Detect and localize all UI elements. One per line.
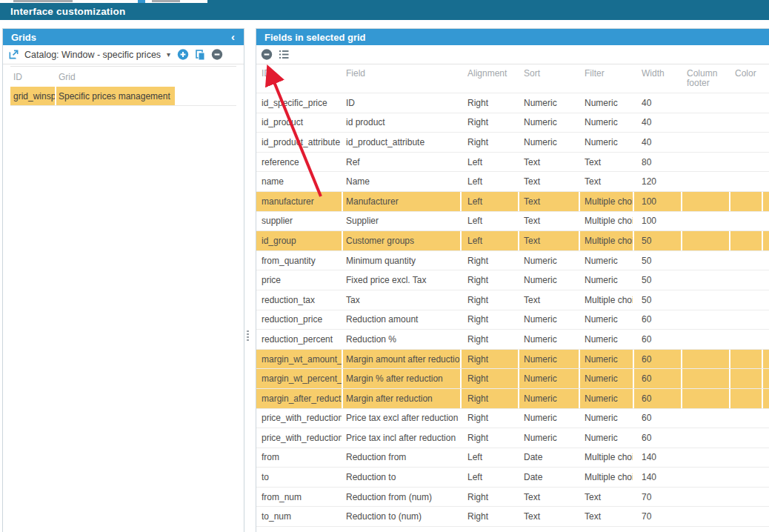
field-row[interactable]: id_groupCustomer groupsLeftTextMultiple … [256, 231, 769, 251]
column-header-color[interactable]: Color [730, 69, 763, 79]
field-row-cell-sort: Numeric [519, 310, 580, 330]
field-row-cell-sort: Numeric [519, 428, 580, 448]
field-row[interactable]: margin_wt_amount_afMargin amount after r… [256, 350, 769, 370]
field-row-cell-spacer [763, 389, 769, 408]
chrome-fragment-text [152, 0, 180, 2]
field-row[interactable]: supplierSupplierLeftTextMultiple choices… [256, 212, 769, 232]
field-row[interactable]: reduction_percentReduction %RightNumeric… [256, 330, 769, 350]
field-row-cell-column-footer [682, 290, 730, 310]
field-row[interactable]: nameNameLeftTextText120 [256, 172, 769, 192]
list-icon [278, 48, 290, 61]
field-row-cell-column-footer [682, 172, 730, 191]
field-row-cell-width: 60 [634, 389, 682, 408]
field-row-cell-color [730, 310, 763, 330]
duplicate-grid-button[interactable] [194, 49, 206, 61]
field-row-cell-spacer [763, 192, 769, 211]
column-header-filter[interactable]: Filter [580, 69, 634, 79]
field-row-cell-sort: Date [519, 448, 580, 468]
field-row-cell-alignment: Right [462, 113, 519, 133]
field-row-cell-alignment: Right [462, 507, 519, 526]
fields-table: IDFieldAlignmentSortFilterWidthColumn fo… [256, 64, 769, 527]
open-window-button[interactable] [7, 49, 19, 61]
field-row-cell-field: Tax [343, 290, 462, 310]
field-row-cell-spacer [763, 428, 769, 448]
field-row-cell-column-footer [682, 93, 730, 113]
catalog-select[interactable]: Catalog: Window - specific prices ▾ [24, 50, 172, 60]
field-row-cell-width: 60 [634, 369, 682, 388]
column-header-id[interactable]: ID [10, 67, 56, 87]
field-row[interactable]: id_specific_priceIDRightNumericNumeric40 [256, 93, 769, 113]
field-row-cell-alignment: Right [462, 369, 519, 388]
field-row-cell-field: Minimum quantity [343, 251, 462, 270]
field-row[interactable]: price_with_reduction_tPrice tax excl aft… [256, 409, 769, 429]
field-row-cell-id: supplier [256, 212, 343, 231]
collapse-panel-icon[interactable]: ‹ [231, 30, 235, 44]
column-header-alignment[interactable]: Alignment [462, 69, 519, 79]
field-row-cell-alignment: Right [462, 93, 519, 113]
field-row-cell-column-footer [682, 448, 730, 468]
field-row-cell-alignment: Right [462, 310, 519, 330]
grids-table-header: IDGrid [10, 67, 236, 87]
column-header-grid[interactable]: Grid [56, 67, 175, 87]
field-row-cell-width: 50 [634, 290, 682, 310]
field-row-cell-field: Price tax excl after reduction [343, 409, 462, 428]
panel-splitter-handle[interactable] [247, 330, 249, 341]
field-row-cell-width: 50 [634, 270, 682, 290]
field-row[interactable]: id_productid productRightNumericNumeric4… [256, 113, 769, 133]
field-row-cell-id: from_quantity [256, 251, 343, 270]
field-row[interactable]: reduction_priceReduction amountRightNume… [256, 310, 769, 330]
field-row-cell-filter: Multiple choices [580, 231, 634, 250]
field-row[interactable]: from_quantityMinimum quantityRightNumeri… [256, 251, 769, 271]
add-grid-button[interactable] [177, 49, 189, 61]
field-row-cell-filter: Numeric [580, 369, 634, 388]
field-row[interactable]: to_numReduction to (num)RightTextText70 [256, 507, 769, 527]
field-row-cell-spacer [763, 488, 769, 507]
field-row-cell-column-footer [682, 350, 730, 369]
field-row-cell-sort: Text [519, 290, 580, 310]
field-row[interactable]: manufacturerManufacturerLeftTextMultiple… [256, 192, 769, 212]
remove-field-button[interactable] [261, 49, 273, 61]
field-row-cell-sort: Text [519, 488, 580, 507]
field-row-cell-spacer [763, 409, 769, 428]
remove-grid-button[interactable] [211, 49, 223, 61]
field-row-cell-filter: Numeric [580, 389, 634, 408]
field-row-cell-width: 120 [634, 172, 682, 191]
field-row-cell-column-footer [682, 409, 730, 428]
field-row[interactable]: price_with_reduction_tPrice tax incl aft… [256, 428, 769, 448]
field-row[interactable]: reduction_taxTaxRightTextMultiple choice… [256, 290, 769, 310]
field-row[interactable]: fromReduction fromLeftDateMultiple choic… [256, 448, 769, 468]
column-header-field[interactable]: Field [343, 69, 462, 79]
field-row-cell-width: 80 [634, 153, 682, 172]
field-row[interactable]: margin_wt_percent_afMargin % after reduc… [256, 369, 769, 389]
field-row-cell-filter: Numeric [580, 251, 634, 270]
field-row-cell-column-footer [682, 133, 730, 152]
field-row[interactable]: priceFixed price excl. TaxRightNumericNu… [256, 270, 769, 290]
field-row-cell-field: Manufacturer [343, 192, 462, 211]
field-row-cell-color [730, 93, 763, 113]
field-row-cell-filter: Numeric [580, 133, 634, 152]
column-header-width[interactable]: Width [634, 69, 682, 79]
fields-table-body: id_specific_priceIDRightNumericNumeric40… [256, 93, 769, 527]
field-row-cell-color [730, 153, 763, 172]
field-row[interactable]: margin_after_reductioMargin after reduct… [256, 389, 769, 409]
field-row-cell-width: 40 [634, 113, 682, 133]
field-row-cell-sort: Text [519, 192, 580, 211]
grid-row[interactable]: grid_winspecSpecific prices management [10, 87, 236, 106]
field-row[interactable]: toReduction toLeftDateMultiple choices14… [256, 468, 769, 488]
field-row-cell-sort: Numeric [519, 93, 580, 113]
field-row-cell-alignment: Right [462, 389, 519, 408]
field-row-cell-id: from_num [256, 488, 343, 507]
column-header-column-footer[interactable]: Column footer [682, 69, 730, 88]
column-header-id[interactable]: ID [256, 69, 343, 79]
field-row-cell-id: reduction_price [256, 310, 343, 330]
field-list-button[interactable] [278, 49, 290, 61]
field-row[interactable]: from_numReduction from (num)RightTextTex… [256, 488, 769, 508]
field-row-cell-color [730, 369, 763, 388]
column-header-sort[interactable]: Sort [519, 69, 580, 79]
field-row-cell-id: margin_wt_percent_af [256, 369, 343, 388]
field-row-cell-filter: Numeric [580, 428, 634, 448]
field-row[interactable]: id_product_attributeid_product_attribute… [256, 133, 769, 153]
field-row-cell-color [730, 133, 763, 152]
field-row[interactable]: referenceRefLeftTextText80 [256, 153, 769, 173]
field-row-cell-field: Reduction from (num) [343, 488, 462, 507]
